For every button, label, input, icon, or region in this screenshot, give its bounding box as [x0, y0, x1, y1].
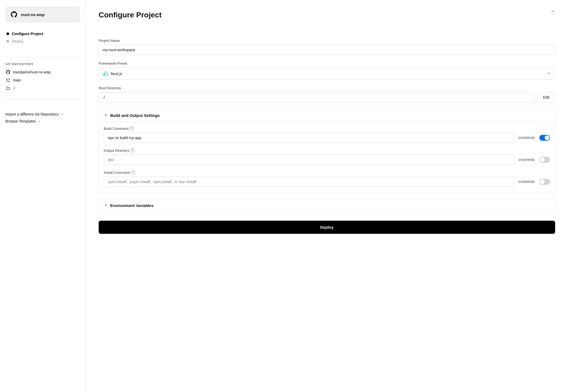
install-override-label: OVERRIDE	[518, 180, 535, 183]
import-repo-link[interactable]: Import a different Git Repository →	[5, 112, 80, 116]
git-branch-row: main	[5, 77, 80, 83]
step-configure: Configure Project	[6, 30, 80, 38]
sidebar-divider-2	[5, 99, 80, 99]
build-settings-section: Build and Output Settings Build Command …	[99, 109, 555, 193]
page-header: Configure Project	[99, 11, 555, 29]
step-label-configure: Configure Project	[12, 32, 43, 36]
project-name-label: Project Name	[99, 39, 555, 43]
install-command-label: Install Command	[104, 171, 130, 175]
root-dir-row: Edit	[99, 92, 555, 102]
repo-card[interactable]: nuxt-nx-wsp	[5, 6, 80, 23]
github-small-icon	[5, 69, 11, 75]
install-toggle-thumb	[540, 179, 545, 184]
build-override-toggle[interactable]	[539, 135, 550, 141]
chevron-right-env-icon	[104, 203, 108, 208]
sidebar-links: Import a different Git Repository → Brow…	[5, 112, 80, 123]
chevron-down-icon	[547, 71, 551, 76]
sidebar: nuxt-nx-wsp Configure Project Deploy GIT…	[0, 0, 86, 392]
nuxt-icon	[103, 71, 109, 77]
root-dir-label: Root Directory	[99, 86, 555, 90]
git-branch-name: main	[13, 78, 21, 82]
build-settings-header[interactable]: Build and Output Settings	[99, 109, 555, 122]
output-dir-group: Output Directory ? OVERRIDE	[104, 148, 550, 165]
build-command-help-icon[interactable]: ?	[130, 126, 134, 131]
output-dir-label-row: Output Directory ?	[104, 148, 550, 153]
project-name-group: Project Name	[99, 39, 555, 55]
build-toggle-thumb	[545, 135, 550, 140]
build-command-group: Build Command ? OVERRIDE	[104, 126, 550, 143]
page-title: Configure Project	[99, 11, 162, 19]
env-section-title: Environment Variables	[110, 203, 154, 208]
build-settings-body: Build Command ? OVERRIDE Output Director…	[99, 122, 555, 192]
install-command-input[interactable]	[104, 177, 515, 187]
framework-preset-group: Framework Preset Nuxt.js	[99, 61, 555, 80]
build-command-override-row: OVERRIDE	[104, 133, 550, 143]
step-label-deploy: Deploy	[12, 39, 24, 43]
repo-name-label: nuxt-nx-wsp	[21, 12, 44, 17]
git-directory-row: ./	[5, 86, 80, 91]
step-deploy: Deploy	[6, 38, 80, 45]
output-override-label: OVERRIDE	[518, 158, 535, 161]
git-repo-row: mandarini/nuxt-nx-wsp	[5, 69, 80, 75]
env-variables-section: Environment Variables	[99, 199, 555, 212]
install-override-toggle[interactable]	[539, 179, 550, 185]
framework-label: Framework Preset	[99, 61, 555, 65]
root-directory-group: Root Directory Edit	[99, 86, 555, 102]
steps-list: Configure Project Deploy	[5, 30, 80, 45]
sidebar-divider-1	[5, 57, 80, 57]
build-command-input[interactable]	[104, 133, 515, 143]
chevron-down-build-icon	[104, 113, 108, 118]
env-variables-header[interactable]: Environment Variables	[99, 199, 555, 212]
install-command-help-icon[interactable]: ?	[131, 170, 135, 175]
github-icon	[10, 11, 18, 18]
install-command-override-row: OVERRIDE	[104, 177, 550, 187]
output-dir-label: Output Directory	[104, 149, 129, 153]
build-override-label: OVERRIDE	[518, 136, 535, 139]
main-content: Configure Project Project Name Framework…	[86, 0, 568, 392]
git-repo-name: mandarini/nuxt-nx-wsp	[13, 70, 51, 74]
build-command-label-row: Build Command ?	[104, 126, 550, 131]
output-override-toggle[interactable]	[539, 157, 550, 163]
svg-point-0	[7, 79, 8, 80]
install-command-label-row: Install Command ?	[104, 170, 550, 175]
browse-templates-link[interactable]: Browse Templates →	[5, 119, 80, 123]
output-toggle-thumb	[540, 157, 545, 162]
folder-icon	[5, 86, 11, 91]
deploy-button[interactable]: Deploy	[99, 221, 555, 234]
build-section-title: Build and Output Settings	[110, 113, 160, 118]
edit-button[interactable]: Edit	[537, 92, 555, 102]
git-directory-path: ./	[13, 86, 15, 90]
output-dir-override-row: OVERRIDE	[104, 155, 550, 165]
step-dot-active	[6, 32, 9, 35]
branch-icon	[5, 77, 11, 83]
framework-dropdown-left: Nuxt.js	[103, 71, 122, 77]
git-section-label: GIT REPOSITORY	[5, 62, 80, 66]
svg-point-1	[9, 81, 10, 82]
loading-spinner	[551, 11, 555, 15]
project-name-input[interactable]	[99, 45, 555, 55]
svg-point-2	[9, 79, 10, 80]
root-dir-input[interactable]	[99, 92, 535, 102]
output-dir-input[interactable]	[104, 155, 515, 165]
framework-dropdown[interactable]: Nuxt.js	[99, 68, 555, 80]
install-command-group: Install Command ? OVERRIDE	[104, 170, 550, 187]
build-command-label: Build Command	[104, 127, 129, 131]
output-dir-help-icon[interactable]: ?	[130, 148, 135, 153]
framework-value: Nuxt.js	[111, 72, 122, 76]
step-dot-inactive	[6, 40, 9, 43]
